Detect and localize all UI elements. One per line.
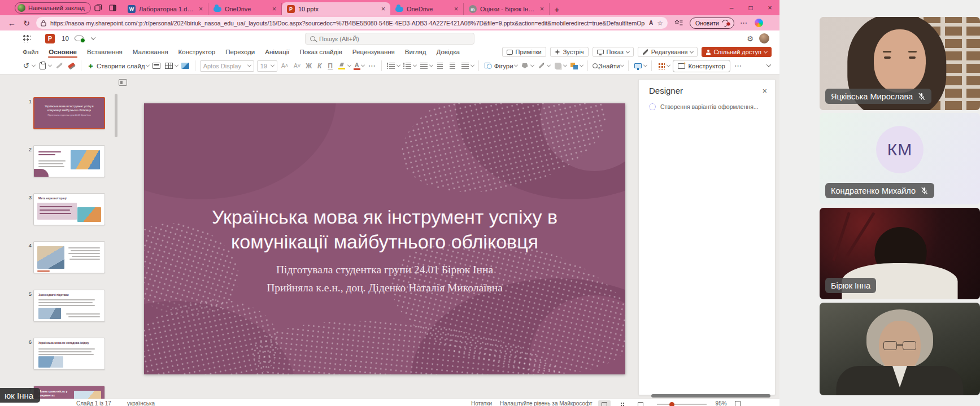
tab-close-icon[interactable]: × [380,5,387,13]
undo-button[interactable]: ↺ [21,61,35,71]
ribbon-tab-view[interactable]: Вигляд [400,46,432,58]
bullets-button[interactable] [386,61,400,71]
tab-onedrive-2[interactable]: OneDrive × [390,3,464,15]
view-grid-button[interactable] [656,61,670,71]
shape-fill-button[interactable] [520,61,534,71]
slide-thumbnail-2[interactable] [33,145,105,177]
highlight-button[interactable] [337,61,351,71]
ribbon-tab-review[interactable]: Рецензування [347,46,400,58]
minimize-button[interactable]: – [722,0,741,15]
tab-close-icon[interactable]: × [197,5,204,13]
italic-button[interactable]: К [316,62,324,70]
zoom-level[interactable]: 95% [716,400,727,406]
slide-subtitle-2[interactable]: Прийняла к.е.н., доц. Діденко Наталія Ми… [144,282,625,294]
slide-thumbnail-5[interactable]: Законодавчі підстави [33,290,105,322]
powerpoint-logo[interactable]: P [45,34,55,43]
favorite-star-icon[interactable]: ☆ [657,19,663,27]
participant-video-3[interactable]: Бірюк Інна [820,208,980,299]
slide-canvas[interactable]: Українська мова як інструмент успіху в к… [144,103,625,374]
underline-button[interactable]: П [326,62,334,70]
ribbon-tab-help[interactable]: Довідка [432,46,465,58]
search-box[interactable] [305,33,474,45]
slide-thumbnail-1[interactable]: Українська мова як інструмент успіху в к… [33,97,105,129]
browser-menu-icon[interactable]: ⋯ [740,19,748,27]
picture-button[interactable] [181,61,190,71]
settings-gear-icon[interactable]: ⚙ [747,34,753,43]
ribbon-tab-home[interactable]: Основне [43,46,82,58]
slide-sorter-view-button[interactable] [616,400,629,406]
reading-view-button[interactable] [634,400,647,406]
arrange-button[interactable] [569,61,583,71]
editing-mode-button[interactable]: Редагування [638,47,698,57]
slide-subtitle-1[interactable]: Підготувала студентка групи 24.01 Бірюк … [144,264,625,276]
normal-view-button[interactable] [598,400,611,406]
close-button[interactable]: × [760,0,779,15]
thumbnail-scrollbar[interactable] [115,94,117,137]
designer-close-icon[interactable]: × [763,86,767,95]
horizontal-scrollbar[interactable] [651,394,770,398]
designer-toggle-button[interactable]: Конструктор [673,60,730,72]
decrease-indent-button[interactable] [435,61,445,71]
font-size-combo[interactable]: 19 [257,60,277,72]
shape-effects-button[interactable] [553,61,567,71]
new-tab-button[interactable]: + [550,3,564,15]
split-screen-icon[interactable] [106,2,120,14]
slide-thumbnail-4[interactable] [33,241,105,273]
tab-close-icon[interactable]: × [271,5,278,13]
language-status[interactable]: українська [127,400,155,406]
present-button[interactable]: Показ [593,47,634,57]
clear-formatting-button[interactable] [67,61,76,71]
format-painter-button[interactable] [54,61,64,71]
ribbon-tab-design[interactable]: Конструктор [173,46,221,58]
cast-present-button[interactable] [633,61,647,71]
tab-onedrive-1[interactable]: OneDrive × [208,3,282,15]
share-button[interactable]: Спільний доступ [702,47,772,57]
table-button[interactable] [164,61,178,71]
line-spacing-button[interactable] [460,61,474,71]
ribbon-tab-slideshow[interactable]: Показ слайдів [295,46,347,58]
paste-button[interactable] [38,61,51,71]
find-button[interactable]: Знайти [593,63,624,69]
slide-thumbnail-6[interactable]: Українська мова як складова іміджу [33,338,105,370]
copilot-icon[interactable] [755,19,763,27]
bold-button[interactable]: Ж [305,62,313,70]
title-chevron-icon[interactable] [91,35,95,40]
font-name-combo[interactable]: Aptos Display [200,60,254,72]
toolbar-overflow-button[interactable]: ⋯ [733,61,743,71]
participant-video-2[interactable]: КМ Кондратенко Михайло [820,113,980,204]
tab-grades[interactable]: m Оцінки - Бірюк Інна | НАСОА × [464,3,550,15]
slide-title[interactable]: Українська мова як інструмент успіху в к… [178,205,591,255]
ribbon-tab-animations[interactable]: Анімації [260,46,294,58]
notes-toggle[interactable]: Нотатки [471,400,492,406]
tab-presentation-active[interactable]: P 10.pptx × [282,2,390,15]
new-slide-button[interactable]: +Створити слайд [86,61,149,71]
meet-button[interactable]: Зустріч [550,47,589,57]
fit-to-window-icon[interactable] [735,401,741,406]
refresh-button[interactable]: ↻ [19,17,34,29]
shape-outline-button[interactable] [537,61,550,71]
grow-font-button[interactable]: A˄ [280,61,290,71]
url-field[interactable]: https://nasoa-my.sharepoint.com/:p:/r/pe… [36,17,668,29]
zoom-slider[interactable] [657,404,707,405]
ribbon-tab-transitions[interactable]: Переходи [220,46,260,58]
layout-button[interactable] [152,61,162,71]
search-input[interactable] [319,36,469,42]
numbering-button[interactable] [403,61,416,71]
ribbon-tab-insert[interactable]: Вставлення [82,46,128,58]
back-button[interactable]: ← [5,17,19,29]
workspaces-icon[interactable] [91,2,106,14]
app-launcher-icon[interactable] [23,34,31,42]
browser-profile-chip[interactable]: Навчальний заклад [15,2,91,14]
tab-document[interactable]: W Лабораторна 1.docx × [123,3,208,15]
participant-video-4[interactable] [820,303,980,395]
comments-button[interactable]: Примітки [502,47,546,57]
collections-icon[interactable] [674,19,683,27]
ribbon-tab-draw[interactable]: Малювання [128,46,173,58]
participant-video-1[interactable]: Яцківська Мирослава [820,17,980,110]
thumbnail-panel-toggle[interactable] [119,79,127,86]
update-browser-button[interactable]: Оновити [690,18,734,29]
shapes-button[interactable]: Фігури [484,61,517,71]
tab-close-icon[interactable]: × [452,5,460,13]
account-avatar[interactable] [759,33,769,43]
shrink-font-button[interactable]: A˅ [293,61,302,71]
